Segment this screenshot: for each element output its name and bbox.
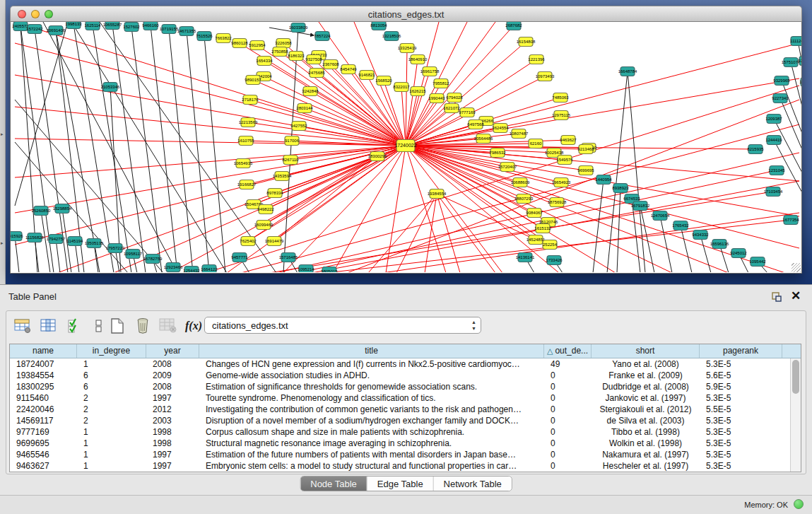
delete-column-icon[interactable] (132, 315, 153, 337)
graph-node[interactable]: 9329965 (773, 76, 790, 86)
delete-table-icon[interactable] (158, 315, 179, 337)
graph-node[interactable]: 917006 (285, 136, 300, 146)
graph-node[interactable]: 20564486 (474, 134, 493, 144)
graph-node[interactable]: 1549576 (556, 156, 573, 165)
graph-node[interactable]: 7986532 (489, 148, 506, 158)
graph-node[interactable]: 9805015 (321, 267, 338, 273)
graph-node[interactable]: 9213468 (577, 145, 594, 154)
graph-node[interactable]: 6794028 (446, 93, 463, 103)
graph-node[interactable]: 9860128 (231, 39, 248, 48)
left-splitter[interactable]: ▸ ▸ (0, 0, 6, 284)
table-row[interactable]: 969969511998Structural magnetic resonanc… (10, 438, 789, 449)
graph-node[interactable]: 15716485 (279, 253, 298, 262)
show-columns-icon[interactable] (38, 315, 59, 337)
graph-node[interactable]: 14136141 (516, 253, 535, 262)
graph-edge[interactable] (15, 22, 68, 206)
graph-edge[interactable] (780, 98, 801, 153)
graph-node[interactable]: 10719155 (160, 25, 179, 34)
graph-node[interactable]: 8215935 (747, 145, 764, 154)
graph-node[interactable]: 7663822 (215, 34, 232, 43)
graph-node[interactable]: 16099469 (254, 221, 273, 230)
graph-node[interactable]: 1664122 (201, 265, 218, 273)
graph-node[interactable]: 2718176 (242, 95, 259, 105)
graph-node[interactable]: 7485063 (552, 93, 569, 103)
graph-edge[interactable] (700, 235, 711, 272)
graph-node[interactable]: 18756928 (548, 198, 567, 207)
graph-edge[interactable] (169, 29, 193, 272)
graph-node[interactable]: 10807487 (510, 129, 529, 139)
graph-node[interactable]: 1095442 (749, 257, 766, 267)
graph-node[interactable]: 1568520 (375, 76, 392, 86)
table-row[interactable]: 2242004622012Investigating the contribut… (10, 404, 789, 415)
network-canvas[interactable]: 2405572157224220691406199813316251141065… (10, 22, 802, 274)
graph-edge[interactable] (43, 22, 177, 272)
graph-node[interactable]: 19384554 (428, 189, 447, 199)
graph-node[interactable]: 20691406 (47, 26, 66, 35)
column-header-name[interactable]: name (10, 344, 77, 358)
graph-node[interactable]: 9699695 (577, 166, 594, 175)
graph-node[interactable]: 1615132 (534, 224, 551, 233)
table-row[interactable]: 1830029562008Estimation of significance … (10, 381, 789, 392)
graph-node[interactable]: 21053346 (101, 83, 120, 92)
graph-edge[interactable] (406, 48, 407, 146)
table-row[interactable]: 946362711997Embryonic stem cells: a mode… (10, 460, 789, 472)
graph-node[interactable]: 1572242 (26, 25, 43, 34)
graph-edge[interactable] (250, 100, 406, 146)
graph-node[interactable]: 1231045 (768, 166, 785, 175)
graph-edge[interactable] (266, 156, 377, 209)
column-header-short[interactable]: short (592, 344, 700, 358)
graph-node[interactable]: 2475685 (308, 69, 325, 78)
function-builder-icon[interactable]: f(x) (183, 315, 204, 337)
graph-node[interactable]: 8938923 (612, 184, 629, 193)
graph-node[interactable]: 16154808 (517, 37, 536, 47)
graph-node[interactable]: 1677354 (782, 216, 799, 225)
graph-node[interactable]: 16033809 (289, 23, 308, 33)
graph-node[interactable]: 11156828 (25, 233, 44, 243)
graph-node[interactable]: 1145194 (67, 237, 84, 246)
graph-edge[interactable] (93, 25, 131, 272)
graph-node[interactable]: 1095214 (298, 265, 314, 273)
graph-node[interactable]: 5912954 (249, 41, 266, 50)
graph-node[interactable]: 7857224 (314, 32, 331, 41)
graph-edge[interactable] (204, 36, 225, 272)
graph-node[interactable]: 9146821 (358, 71, 375, 80)
graph-node[interactable]: 18300295 (368, 152, 387, 161)
graph-node[interactable]: 7955812 (433, 79, 449, 88)
graph-node[interactable]: 1654334 (256, 57, 273, 66)
graph-node[interactable]: 13218506 (382, 32, 401, 41)
tab-network-table[interactable]: Network Table (434, 477, 512, 491)
new-column-icon[interactable] (107, 315, 128, 337)
graph-node[interactable]: 19654923 (552, 178, 571, 187)
graph-node[interactable]: 10655287 (103, 22, 122, 30)
graph-node[interactable]: 1765432 (672, 221, 689, 230)
graph-node[interactable]: 13325419 (398, 44, 417, 53)
table-mode-icon[interactable] (12, 315, 33, 337)
graph-node[interactable]: 1625114 (85, 22, 102, 30)
graph-node[interactable]: 3226058 (275, 39, 292, 48)
graph-node[interactable]: 17957223 (106, 244, 125, 253)
graph-node[interactable]: 18640910 (408, 55, 428, 64)
graph-node[interactable]: 2367608 (322, 60, 339, 69)
table-row[interactable]: 977716911998Corpus callosum shape and si… (10, 426, 789, 438)
graph-node[interactable]: 9434332 (692, 230, 709, 240)
graph-edge[interactable] (347, 100, 799, 272)
graph-node[interactable]: 1221396 (528, 55, 545, 64)
graph-node[interactable]: 9466160 (142, 22, 159, 30)
graph-edge[interactable] (406, 59, 418, 146)
graph-node[interactable]: 3624554 (492, 124, 509, 133)
graph-node[interactable]: 3915926 (11, 232, 23, 241)
graph-node[interactable]: 2750858 (271, 47, 288, 57)
graph-node[interactable]: 14671355 (177, 27, 196, 36)
graph-edge[interactable] (593, 180, 604, 272)
graph-node[interactable]: 1621072 (443, 104, 460, 113)
graph-node[interactable]: 1610755 (237, 136, 254, 146)
graph-node[interactable]: 12213569 (239, 118, 258, 127)
graph-node[interactable]: 1244419 (765, 136, 782, 145)
graph-edge[interactable] (660, 216, 672, 272)
graph-node[interactable]: 16914479 (265, 237, 284, 246)
close-panel-icon[interactable]: ✕ (789, 289, 802, 303)
graph-node[interactable]: 25260850 (32, 206, 51, 216)
column-header-pagerank[interactable]: pagerank (700, 344, 782, 358)
graph-node[interactable]: 17942757 (47, 235, 66, 244)
graph-node[interactable]: 16782759 (143, 255, 163, 264)
